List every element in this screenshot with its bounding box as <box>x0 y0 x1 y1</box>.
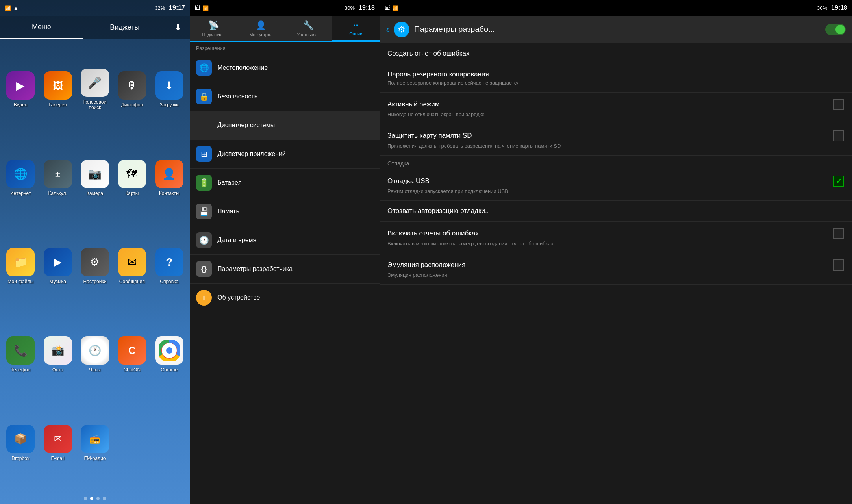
app-internet[interactable]: 🌐 Интернет <box>4 135 37 220</box>
music-icon: ▶ <box>44 248 72 276</box>
settings-item-sysmanager[interactable]: Диспетчер системы <box>190 111 380 140</box>
status-bar-left: 📶 ▲ <box>5 5 19 11</box>
dev-header: ‹ ⚙ Параметры разрабо... <box>380 16 852 43</box>
settings-label: Настройки <box>83 279 107 284</box>
help-label: Справка <box>160 279 178 284</box>
settings-item-battery[interactable]: 🔋 Батарея <box>190 169 380 197</box>
devparams-icon: {} <box>196 261 212 277</box>
backup-header: Пароль резервного копирования <box>387 70 844 78</box>
camera-label: Камера <box>87 191 103 196</box>
devparams-label: Параметры разработчика <box>217 265 293 272</box>
app-phone[interactable]: 📞 Телефон <box>4 312 37 397</box>
tab-accounts[interactable]: 🔧 Учетные з.. <box>285 16 332 41</box>
settings-item-about[interactable]: i Об устройстве <box>190 284 380 312</box>
protect-sd-header: Защитить карту памяти SD <box>387 130 844 141</box>
app-dictaphone[interactable]: 🎙 Диктофон <box>115 47 148 132</box>
battery-icon: 🔋 <box>196 175 212 191</box>
mydevice-tab-label: Мое устро.. <box>249 32 272 37</box>
tab-options[interactable]: ··· Опции <box>332 16 380 41</box>
app-files[interactable]: 📁 Мои файлы <box>4 224 37 308</box>
app-gallery[interactable]: 🖼 Галерея <box>41 47 74 132</box>
app-dropbox[interactable]: 📦 Dropbox <box>4 401 37 485</box>
dropbox-label: Dropbox <box>12 456 30 461</box>
dot-4 <box>103 497 106 500</box>
files-label: Мои файлы <box>7 279 33 284</box>
app-photos[interactable]: 📸 Фото <box>41 312 74 397</box>
app-video[interactable]: ▶ Видео <box>4 47 37 132</box>
video-label: Видео <box>14 102 28 107</box>
sb-right-settings: 30% 19:18 <box>345 4 375 11</box>
debug-section-label: Отладка <box>380 156 852 169</box>
help-icon: ? <box>155 248 183 276</box>
dev-option-revoke-debug[interactable]: Отозвать авторизацию отладки.. <box>380 201 852 222</box>
app-help[interactable]: ? Справка <box>153 224 186 308</box>
svg-point-2 <box>166 347 172 354</box>
photos-label: Фото <box>52 367 63 372</box>
app-calc[interactable]: ± Калькул. <box>41 135 74 220</box>
voice-icon: 🎤 <box>81 69 109 97</box>
stay-awake-checkbox[interactable] <box>833 99 844 110</box>
app-contacts[interactable]: 👤 Контакты <box>153 135 186 220</box>
app-settings[interactable]: ⚙ Настройки <box>78 224 111 308</box>
status-bar-home: 📶 ▲ 32% 19:17 <box>0 0 190 16</box>
location-label: Местоположение <box>217 64 268 71</box>
app-clock[interactable]: 🕐 Часы <box>78 312 111 397</box>
tab-menu[interactable]: Меню <box>0 16 83 39</box>
error-reports-header: Включать отчеты об ошибках.. <box>387 228 844 239</box>
about-label: Об устройстве <box>217 294 260 301</box>
dev-option-emulate-location[interactable]: Эмуляция расположения Эмуляция расположе… <box>380 253 852 285</box>
tab-widgets[interactable]: Виджеты <box>83 16 167 39</box>
settings-item-memory[interactable]: 💾 Память <box>190 197 380 226</box>
app-music[interactable]: ▶ Музыка <box>41 224 74 308</box>
settings-item-security[interactable]: 🔒 Безопасность <box>190 82 380 111</box>
memory-label: Память <box>217 208 239 215</box>
chrome-label: Chrome <box>161 367 178 372</box>
download-tab-icon[interactable]: ⬇ <box>166 16 190 39</box>
dev-option-usb-debug[interactable]: Отладка USB Режим отладки запускается пр… <box>380 169 852 201</box>
settings-item-devparams[interactable]: {} Параметры разработчика <box>190 255 380 284</box>
memory-icon: 💾 <box>196 204 212 219</box>
app-camera[interactable]: 📷 Камера <box>78 135 111 220</box>
settings-item-appmanager[interactable]: ⊞ Диспетчер приложений <box>190 140 380 169</box>
battery-text-home: 32% <box>155 5 165 11</box>
datetime-icon: 🕐 <box>196 232 212 248</box>
dev-toggle[interactable] <box>825 24 846 35</box>
calc-label: Калькул. <box>48 191 67 196</box>
dev-option-stay-awake[interactable]: Активный режим Никогда не отключать экра… <box>380 93 852 124</box>
appmanager-icon: ⊞ <box>196 146 212 162</box>
app-chrome[interactable]: Chrome <box>153 312 186 397</box>
protect-sd-checkbox[interactable] <box>833 130 844 141</box>
fmradio-icon: 📻 <box>81 425 109 453</box>
dev-option-backup-password[interactable]: Пароль резервного копирования Полное рез… <box>380 64 852 93</box>
mydevice-tab-icon: 👤 <box>256 20 266 31</box>
back-button[interactable]: ‹ <box>386 24 389 35</box>
settings-item-location[interactable]: 🌐 Местоположение <box>190 54 380 82</box>
usb-debug-checkbox[interactable] <box>833 176 844 187</box>
appmanager-label: Диспетчер приложений <box>217 150 286 158</box>
tab-mydevice[interactable]: 👤 Мое устро.. <box>237 16 285 41</box>
dev-option-protect-sd[interactable]: Защитить карту памяти SD Приложения долж… <box>380 124 852 156</box>
app-chaton[interactable]: C ChatON <box>115 312 148 397</box>
app-voice[interactable]: 🎤 Голосовойпоиск <box>78 47 111 132</box>
downloads-label: Загрузки <box>160 102 179 107</box>
app-fmradio[interactable]: 📻 FM-радио <box>78 401 111 485</box>
protect-sd-title: Защитить карту памяти SD <box>387 132 472 140</box>
settings-item-datetime[interactable]: 🕐 Дата и время <box>190 226 380 255</box>
options-tab-label: Опции <box>349 32 362 36</box>
clock-icon: 🕐 <box>81 336 109 365</box>
app-downloads[interactable]: ⬇ Загрузки <box>153 47 186 132</box>
app-messages[interactable]: ✉ Сообщения <box>115 224 148 308</box>
error-reports-checkbox[interactable] <box>833 228 844 239</box>
tab-connections[interactable]: 📡 Подключе.. <box>190 16 237 41</box>
dot-3 <box>96 497 100 500</box>
dev-option-error-reports[interactable]: Включать отчеты об ошибках.. Включить в … <box>380 222 852 253</box>
app-maps[interactable]: 🗺 Карты <box>115 135 148 220</box>
app-email[interactable]: ✉ E-mail <box>41 401 74 485</box>
settings-list: 🌐 Местоположение 🔒 Безопасность Диспетче… <box>190 54 380 504</box>
battery-settings: 30% <box>345 5 355 11</box>
sysmanager-label: Диспетчер системы <box>217 122 275 129</box>
accounts-tab-label: Учетные з.. <box>297 32 320 37</box>
dot-1 <box>84 497 87 500</box>
dev-option-bugreport[interactable]: Создать отчет об ошибках <box>380 43 852 64</box>
emulate-location-checkbox[interactable] <box>833 259 844 271</box>
